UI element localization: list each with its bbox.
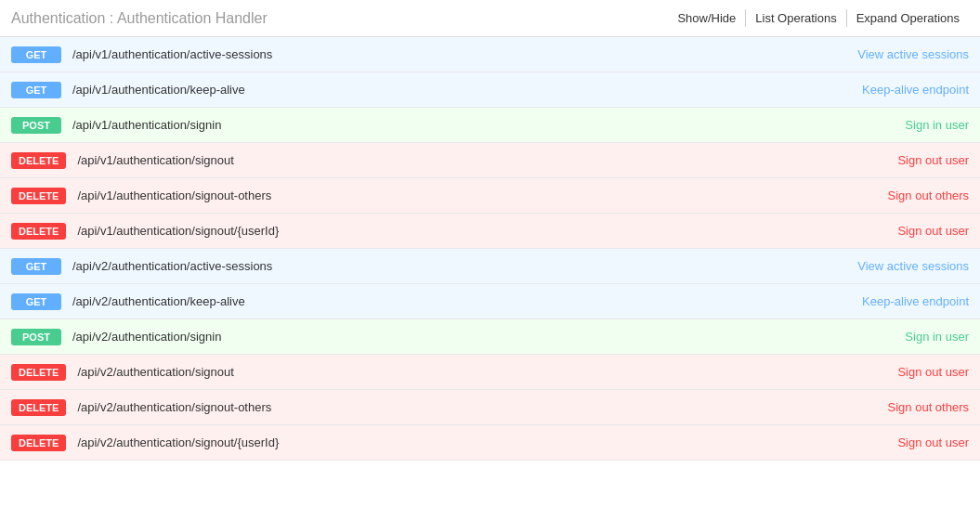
method-badge: GET <box>11 293 61 310</box>
endpoints-list: GET/api/v1/authentication/active-session… <box>0 37 980 461</box>
method-badge: POST <box>11 329 61 345</box>
endpoint-row[interactable]: POST/api/v1/authentication/signinSign in… <box>0 108 980 143</box>
endpoint-path: /api/v2/authentication/signout-others <box>77 400 887 414</box>
endpoint-path: /api/v2/authentication/signout <box>77 365 897 379</box>
method-badge: DELETE <box>11 399 66 416</box>
endpoint-description: Sign in user <box>905 330 969 344</box>
endpoint-path: /api/v1/authentication/signout <box>77 153 897 167</box>
endpoint-path: /api/v1/authentication/keep-alive <box>72 83 862 97</box>
endpoint-row[interactable]: DELETE/api/v2/authentication/signout/{us… <box>0 425 980 461</box>
endpoint-description: Sign in user <box>905 118 969 132</box>
endpoint-description: Sign out user <box>897 153 969 167</box>
api-header: Authentication : Authentication Handler … <box>0 0 980 37</box>
title-main: Authentication <box>11 10 105 26</box>
endpoint-row[interactable]: GET/api/v1/authentication/keep-aliveKeep… <box>0 72 980 108</box>
endpoint-description: View active sessions <box>857 47 969 61</box>
endpoint-description: Sign out others <box>888 400 969 414</box>
endpoint-row[interactable]: GET/api/v2/authentication/active-session… <box>0 249 980 284</box>
endpoint-row[interactable]: DELETE/api/v1/authentication/signoutSign… <box>0 143 980 178</box>
endpoint-description: Keep-alive endpoint <box>862 294 969 308</box>
method-badge: DELETE <box>11 364 66 381</box>
endpoint-row[interactable]: DELETE/api/v2/authentication/signoutSign… <box>0 355 980 390</box>
page-title: Authentication : Authentication Handler <box>11 10 268 27</box>
endpoint-path: /api/v1/authentication/active-sessions <box>72 47 857 61</box>
method-badge: POST <box>11 117 61 134</box>
endpoint-path: /api/v2/authentication/keep-alive <box>72 294 862 308</box>
endpoint-row[interactable]: GET/api/v2/authentication/keep-aliveKeep… <box>0 284 980 319</box>
title-sub: : <box>110 10 117 26</box>
endpoint-row[interactable]: DELETE/api/v1/authentication/signout-oth… <box>0 178 980 214</box>
method-badge: GET <box>11 46 61 63</box>
endpoint-description: Sign out others <box>888 188 969 202</box>
method-badge: DELETE <box>11 223 66 240</box>
endpoint-row[interactable]: POST/api/v2/authentication/signinSign in… <box>0 319 980 355</box>
endpoint-description: Sign out user <box>897 224 969 238</box>
endpoint-path: /api/v1/authentication/signout/{userId} <box>77 224 897 238</box>
method-badge: GET <box>11 82 61 98</box>
endpoint-path: /api/v2/authentication/active-sessions <box>72 259 857 273</box>
endpoint-row[interactable]: GET/api/v1/authentication/active-session… <box>0 37 980 72</box>
expand-operations-button[interactable]: Expand Operations <box>847 9 969 27</box>
method-badge: DELETE <box>11 152 66 169</box>
endpoint-description: Keep-alive endpoint <box>862 83 969 97</box>
endpoint-row[interactable]: DELETE/api/v1/authentication/signout/{us… <box>0 214 980 249</box>
endpoint-description: Sign out user <box>897 436 969 449</box>
endpoint-path: /api/v1/authentication/signin <box>72 118 905 132</box>
endpoint-description: Sign out user <box>897 365 969 379</box>
show-hide-button[interactable]: Show/Hide <box>668 9 746 27</box>
method-badge: DELETE <box>11 188 66 204</box>
method-badge: GET <box>11 258 61 275</box>
endpoint-path: /api/v2/authentication/signin <box>72 330 905 344</box>
endpoint-row[interactable]: DELETE/api/v2/authentication/signout-oth… <box>0 390 980 425</box>
endpoint-path: /api/v2/authentication/signout/{userId} <box>77 436 897 449</box>
api-container: Authentication : Authentication Handler … <box>0 0 980 461</box>
title-handler: Authentication Handler <box>117 10 268 26</box>
list-operations-button[interactable]: List Operations <box>746 9 846 27</box>
endpoint-description: View active sessions <box>857 259 969 273</box>
header-actions: Show/Hide List Operations Expand Operati… <box>668 9 969 27</box>
endpoint-path: /api/v1/authentication/signout-others <box>77 188 887 202</box>
method-badge: DELETE <box>11 435 66 451</box>
